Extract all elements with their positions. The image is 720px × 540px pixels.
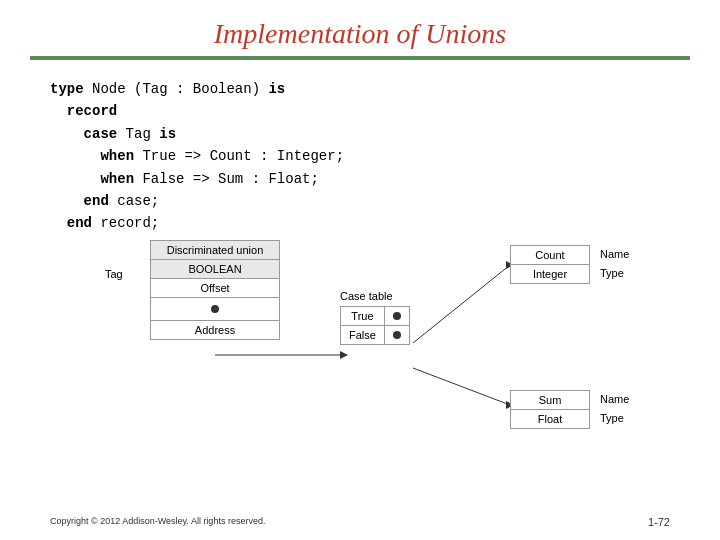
svg-line-2 <box>413 265 510 343</box>
case-true-cell: True <box>341 307 385 326</box>
code-line-2: record <box>50 100 720 122</box>
code-line-7: end record; <box>50 212 720 234</box>
code-block: type type Node (Tag : Boolean) isNode (T… <box>50 78 720 235</box>
false-dot <box>393 331 401 339</box>
case-true-dot-cell <box>384 307 409 326</box>
case-false-dot-cell <box>384 326 409 345</box>
case-false-row: False <box>341 326 410 345</box>
case-table-area: Case table True False <box>340 290 410 345</box>
page-title: Implementation of Unions <box>0 0 720 56</box>
union-header: Discriminated union <box>150 240 280 260</box>
float-box: Float <box>510 410 590 429</box>
union-dot <box>211 305 219 313</box>
copyright: Copyright © 2012 Addison-Wesley. All rig… <box>50 515 265 528</box>
page-number: 1-72 <box>648 516 670 528</box>
sum-group: Sum Float Name Type <box>510 390 590 429</box>
code-line-3: case Tag is <box>50 123 720 145</box>
code-line-5: when False => Sum : Float; <box>50 168 720 190</box>
svg-line-4 <box>413 368 510 405</box>
union-box: Discriminated union BOOLEAN Offset Addre… <box>150 240 280 340</box>
count-box: Count <box>510 245 590 265</box>
address-row: Address <box>150 321 280 340</box>
type-label-1: Type <box>600 267 624 279</box>
type-label-2: Type <box>600 412 624 424</box>
tag-label: Tag <box>105 268 123 280</box>
name-label-2: Name <box>600 393 629 405</box>
integer-box: Integer <box>510 265 590 284</box>
case-table: True False <box>340 306 410 345</box>
svg-marker-1 <box>340 351 348 359</box>
sum-box: Sum <box>510 390 590 410</box>
page: Implementation of Unions type type Node … <box>0 0 720 540</box>
name-label-1: Name <box>600 248 629 260</box>
code-line-6: end case; <box>50 190 720 212</box>
count-group: Count Integer Name Type <box>510 245 590 284</box>
code-line-1: type type Node (Tag : Boolean) isNode (T… <box>50 78 720 100</box>
offset-row: Offset <box>150 279 280 298</box>
top-border <box>30 56 690 60</box>
case-true-row: True <box>341 307 410 326</box>
footer: Copyright © 2012 Addison-Wesley. All rig… <box>50 515 670 528</box>
case-table-label: Case table <box>340 290 410 302</box>
boolean-row: BOOLEAN <box>150 260 280 279</box>
diagram-area: Tag Discriminated union BOOLEAN Offset A… <box>50 240 670 480</box>
code-line-4: when True => Count : Integer; <box>50 145 720 167</box>
case-false-cell: False <box>341 326 385 345</box>
dot-row <box>150 298 280 321</box>
true-dot <box>393 312 401 320</box>
